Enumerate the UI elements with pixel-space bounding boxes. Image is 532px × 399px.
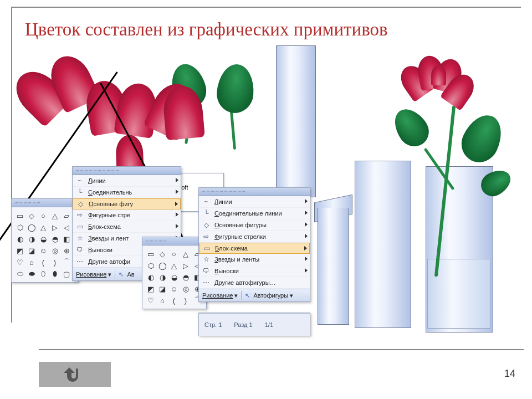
- shape-button[interactable]: ◇: [27, 211, 37, 221]
- menu-item-фигурные-стрелки[interactable]: ⇨Фигурные стрелки: [199, 231, 310, 243]
- menu-item-соединительные-линии[interactable]: └Соединительные линии: [199, 208, 310, 219]
- menu-item-блок-схема[interactable]: ▭Блок-схема: [73, 221, 181, 233]
- shape-button[interactable]: ◓: [181, 272, 191, 282]
- shape-button[interactable]: ◎: [181, 284, 191, 294]
- status-page: Стр. 1: [204, 321, 222, 328]
- shape-button[interactable]: ◩: [146, 284, 156, 294]
- shape-button[interactable]: ♡: [146, 295, 156, 305]
- shape-button[interactable]: ♡: [15, 257, 25, 267]
- chevron-right-icon: [305, 211, 308, 215]
- menu-item-линии[interactable]: ~Линии: [199, 196, 310, 208]
- shape-button[interactable]: ⬡: [146, 260, 156, 270]
- cursor-icon[interactable]: ↖: [245, 292, 250, 299]
- menu-label: Звезды и лент: [88, 235, 129, 242]
- menu-titlebar[interactable]: ┄┄┄┄┄┄┄┄┄┄: [199, 188, 310, 196]
- menu-item-основные-фигуры[interactable]: ◇Основные фигуры: [199, 219, 310, 231]
- chevron-right-icon: [175, 202, 178, 206]
- shape-button[interactable]: ⬯: [38, 269, 48, 279]
- menu-label: Основные фигуры: [214, 222, 267, 228]
- shape-button[interactable]: △: [181, 249, 191, 259]
- shape-button[interactable]: ⬡: [15, 222, 25, 232]
- page-number: 14: [504, 368, 515, 380]
- draw-dropdown[interactable]: Рисование ▾: [76, 271, 111, 278]
- shape-button[interactable]: ◎: [50, 245, 60, 255]
- shapes-palette-left[interactable]: ┄┄┄┄┄┄ ▭◇○△▱⬠⬡◯△▷◁▽◐◑◒◓◧◨◩◪☺◎⊕⊗♡⌂()⌒⌣⬭⬬⬯…: [11, 198, 79, 283]
- drawing-toolbar[interactable]: Рисование ▾ ↖ Автофигуры ▾: [199, 289, 310, 301]
- shape-button[interactable]: ⬭: [15, 269, 25, 279]
- shape-button[interactable]: ◯: [157, 260, 167, 270]
- shape-button[interactable]: ◐: [146, 272, 156, 282]
- shape-button[interactable]: ◒: [38, 234, 48, 244]
- shape-button[interactable]: (: [38, 257, 48, 267]
- menu-item-звезды-и-ленты[interactable]: ☆Звезды и ленты: [199, 254, 310, 265]
- menu-icon: ☆: [201, 254, 211, 264]
- menu-item-блок-схема[interactable]: ▭Блок-схема: [199, 243, 310, 254]
- chevron-right-icon: [305, 199, 308, 203]
- shape-button[interactable]: ◁: [62, 222, 71, 232]
- shape-button[interactable]: ◪: [27, 245, 37, 255]
- draw-dropdown[interactable]: Рисование ▾: [202, 292, 238, 299]
- shape-button[interactable]: ▱: [62, 211, 71, 221]
- shape-button[interactable]: ): [181, 295, 191, 305]
- shape-button[interactable]: ◓: [50, 234, 60, 244]
- menu-item-выноски[interactable]: 🗨Выноски: [199, 265, 310, 277]
- shape-button[interactable]: ○: [38, 211, 48, 221]
- chevron-right-icon: [176, 212, 178, 217]
- menu-item-линии[interactable]: ~Линии: [73, 175, 181, 187]
- shape-button[interactable]: (: [169, 295, 179, 305]
- shape-button[interactable]: △: [38, 222, 48, 232]
- shape-grid[interactable]: ▭◇○△▱⬠⬡◯△▷◁▽◐◑◒◓◧◨◩◪☺◎⊕⊗♡⌂()⌒⌣: [142, 245, 206, 309]
- shape-button[interactable]: ☺: [38, 245, 48, 255]
- shape-button[interactable]: ◇: [157, 249, 167, 259]
- menu-item-другие-автофигуры-[interactable]: ⋯Другие автофигуры…: [199, 277, 310, 289]
- cursor-icon[interactable]: ↖: [119, 271, 124, 278]
- shape-button[interactable]: ▢: [62, 269, 71, 279]
- shape-grid[interactable]: ▭◇○△▱⬠⬡◯△▷◁▽◐◑◒◓◧◨◩◪☺◎⊕⊗♡⌂()⌒⌣⬭⬬⬯⬮▢▣: [12, 207, 78, 282]
- menu-item-фигурные-стре[interactable]: ⇨Фигурные стре: [73, 209, 181, 221]
- menu-label: Блок-схема: [215, 245, 248, 252]
- nav-back-button[interactable]: [39, 362, 111, 387]
- glass-column-3: [355, 161, 411, 328]
- shape-button[interactable]: ⌒: [62, 257, 71, 267]
- menu-icon: └: [201, 208, 211, 218]
- menu-list: ~Линии└Соединительные линии◇Основные фиг…: [199, 196, 310, 289]
- menu-titlebar[interactable]: ┄┄┄┄┄┄┄┄┄┄: [73, 167, 181, 175]
- menu-label: Основные фигу: [89, 201, 133, 207]
- shape-button[interactable]: ◪: [157, 284, 167, 294]
- shape-button[interactable]: ○: [169, 249, 179, 259]
- shape-button[interactable]: ⊕: [62, 245, 71, 255]
- shape-button[interactable]: ◒: [169, 272, 179, 282]
- shape-button[interactable]: △: [50, 211, 60, 221]
- shape-button[interactable]: ▷: [181, 260, 191, 270]
- shape-button[interactable]: △: [169, 260, 179, 270]
- shape-button[interactable]: ▭: [146, 249, 156, 259]
- shape-button[interactable]: ⬬: [27, 269, 37, 279]
- palette-titlebar[interactable]: ┄┄┄┄┄┄: [12, 199, 78, 207]
- menu-item-соединительнь[interactable]: └Соединительнь: [73, 187, 181, 198]
- autoshapes-dropdown[interactable]: Ав: [127, 271, 134, 278]
- shape-button[interactable]: ◐: [15, 234, 25, 244]
- shape-button[interactable]: ): [50, 257, 60, 267]
- menu-label: Блок-схема: [88, 223, 121, 230]
- autoshapes-dropdown[interactable]: Автофигуры ▾: [253, 292, 293, 299]
- autoshapes-menu-right[interactable]: ┄┄┄┄┄┄┄┄┄┄ ~Линии└Соединительные линии◇О…: [198, 187, 310, 302]
- menu-label: Фигурные стрелки: [214, 233, 266, 240]
- shape-button[interactable]: ▭: [15, 211, 25, 221]
- palette-titlebar[interactable]: ┄┄┄┄┄: [142, 237, 206, 245]
- menu-item-основные-фигу[interactable]: ◇Основные фигу: [73, 198, 181, 209]
- shape-button[interactable]: ⬮: [50, 269, 60, 279]
- shape-button[interactable]: ◩: [15, 245, 25, 255]
- shape-button[interactable]: ⌂: [157, 295, 167, 305]
- shape-button[interactable]: ◧: [62, 234, 71, 244]
- leaf-icon: [215, 63, 255, 114]
- shape-button[interactable]: ⌂: [27, 257, 37, 267]
- leaf-icon: [387, 103, 435, 152]
- status-bar-panel: Стр. 1 Разд 1 1/1: [198, 313, 310, 336]
- shape-button[interactable]: ◑: [157, 272, 167, 282]
- leaf-stem: [230, 111, 236, 150]
- shape-button[interactable]: ◑: [27, 234, 37, 244]
- shape-button[interactable]: ▷: [50, 222, 60, 232]
- shape-button[interactable]: ☺: [169, 284, 179, 294]
- shapes-palette-mid[interactable]: ┄┄┄┄┄ ▭◇○△▱⬠⬡◯△▷◁▽◐◑◒◓◧◨◩◪☺◎⊕⊗♡⌂()⌒⌣: [142, 237, 207, 309]
- shape-button[interactable]: ◯: [27, 222, 37, 232]
